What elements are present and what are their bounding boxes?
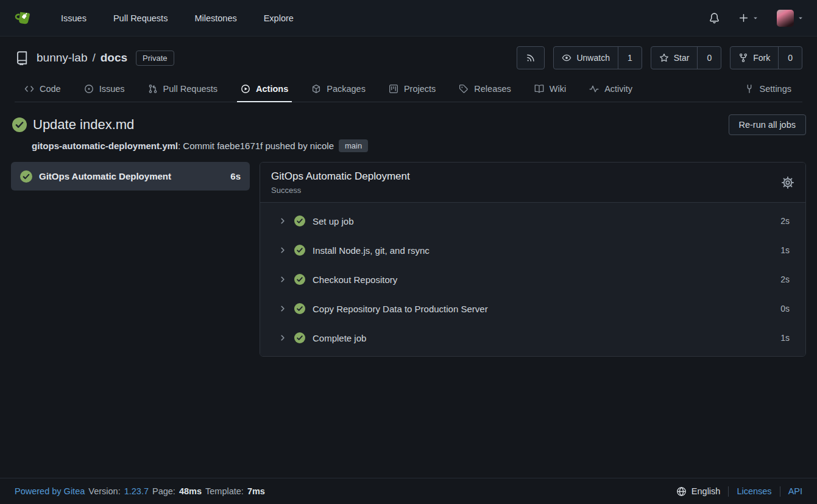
chevron-right-icon [278,334,287,342]
issue-opened-icon [84,84,94,94]
success-check-icon [294,245,305,256]
code-icon [24,84,34,94]
chevron-down-icon [752,15,759,21]
success-check-icon [294,215,305,226]
tab-pull-requests[interactable]: Pull Requests [144,77,221,102]
tab-projects[interactable]: Projects [385,77,439,102]
repo-name-link[interactable]: docs [101,51,127,65]
step-row-copy[interactable]: Copy Repository Data to Production Serve… [260,294,805,323]
repo-actions: Unwatch 1 Star 0 [517,46,802,69]
repo-book-icon [15,51,29,65]
footer-divider [780,486,780,497]
unwatch-button[interactable]: Unwatch [554,47,617,69]
job-panel-title: GitOps Automatic Deployment [271,170,410,183]
gitea-logo-icon[interactable] [13,9,33,28]
job-panel-titles: GitOps Automatic Deployment Success [271,170,410,195]
git-fork-icon [738,53,748,63]
job-detail-panel: GitOps Automatic Deployment Success Set … [260,162,806,357]
nav-link-explore[interactable]: Explore [264,13,294,23]
nav-link-milestones[interactable]: Milestones [194,13,236,23]
job-panel-header: GitOps Automatic Deployment Success [260,163,805,203]
step-row-setup[interactable]: Set up job 2s [260,206,805,236]
run-body: GitOps Automatic Deployment 6s GitOps Au… [11,162,806,357]
step-row-install[interactable]: Install Node.js, git, and rsync 1s [260,236,805,265]
steps-list: Set up job 2s Install Node.js, git, and … [260,203,805,356]
notifications-button[interactable] [709,12,720,24]
licenses-link[interactable]: Licenses [737,486,771,496]
step-label: Copy Repository Data to Production Serve… [313,304,488,314]
repo-owner-link[interactable]: bunny-lab [37,51,87,65]
tab-settings[interactable]: Settings [741,77,795,102]
tab-wiki[interactable]: Wiki [531,77,570,102]
powered-by-gitea-link[interactable]: Powered by Gitea [15,486,85,496]
step-label: Checkout Repository [313,275,397,285]
actions-run-view: Update index.md Re-run all jobs gitops-a… [0,102,817,478]
chevron-down-icon [798,15,804,21]
success-check-icon [20,170,32,183]
top-navbar: Issues Pull Requests Milestones Explore [0,0,817,37]
star-count[interactable]: 0 [697,47,721,69]
version-link[interactable]: 1.23.7 [124,486,149,496]
step-label: Install Node.js, git, and rsync [313,245,430,256]
navbar-right [690,10,804,27]
tab-issues[interactable]: Issues [80,77,129,102]
language-selector[interactable]: English [676,486,721,497]
watch-button-group: Unwatch 1 [553,46,642,69]
chevron-right-icon [278,275,287,284]
api-link[interactable]: API [788,486,802,496]
fork-label: Fork [753,53,770,63]
play-circle-icon [241,84,250,94]
step-duration: 1s [780,333,790,343]
workflow-file-link[interactable]: gitops-automatic-deployment.yml [32,141,178,151]
footer-divider [728,486,729,497]
chevron-right-icon [278,217,287,225]
gear-icon[interactable] [781,176,794,189]
version-label: Version: [88,486,120,496]
package-icon [311,84,321,94]
job-name: GitOps Automatic Deployment [39,171,224,181]
rss-button[interactable] [517,47,544,69]
step-row-checkout[interactable]: Checkout Repository 2s [260,265,805,294]
star-icon [659,53,669,63]
user-menu-button[interactable] [777,10,804,27]
star-button[interactable]: Star [651,47,698,69]
rerun-all-jobs-button[interactable]: Re-run all jobs [729,114,807,135]
success-check-icon [294,303,305,314]
template-label: Template: [205,486,244,496]
eye-icon [562,53,571,63]
step-duration: 2s [780,275,790,284]
unwatch-label: Unwatch [576,53,609,63]
star-label: Star [674,53,690,63]
repo-separator: / [92,51,95,65]
commit-text: : Commit faebe1671f pushed by nicole [178,141,334,151]
tab-code[interactable]: Code [21,77,65,102]
pulse-icon [589,84,599,94]
bell-icon [709,12,720,24]
tab-packages[interactable]: Packages [308,77,369,102]
repo-tab-bar: Code Issues Pull Requests Actions Packag… [15,77,802,102]
run-title: Update index.md [33,117,134,133]
fork-count[interactable]: 0 [778,47,802,69]
create-new-button[interactable] [738,13,759,23]
footer-right: English Licenses API [676,486,802,497]
tab-actions[interactable]: Actions [237,77,292,102]
page-label: Page: [152,486,175,496]
footer-left: Powered by Gitea Version: 1.23.7 Page: 4… [15,486,265,496]
success-check-icon [12,117,27,132]
success-check-icon [294,274,305,285]
fork-button[interactable]: Fork [730,47,778,69]
branch-badge[interactable]: main [339,139,368,152]
page-time: 48ms [179,486,202,496]
tab-activity[interactable]: Activity [585,77,636,102]
step-row-complete[interactable]: Complete job 1s [260,323,805,352]
job-list-item[interactable]: GitOps Automatic Deployment 6s [11,162,250,191]
tab-releases[interactable]: Releases [455,77,514,102]
run-commit-line: gitops-automatic-deployment.yml : Commit… [32,139,806,152]
star-button-group: Star 0 [651,46,721,69]
tools-icon [744,84,754,94]
nav-link-pull-requests[interactable]: Pull Requests [113,13,168,23]
globe-icon [676,486,687,497]
nav-link-issues[interactable]: Issues [61,13,87,23]
watch-count[interactable]: 1 [618,47,642,69]
chevron-right-icon [278,246,287,254]
